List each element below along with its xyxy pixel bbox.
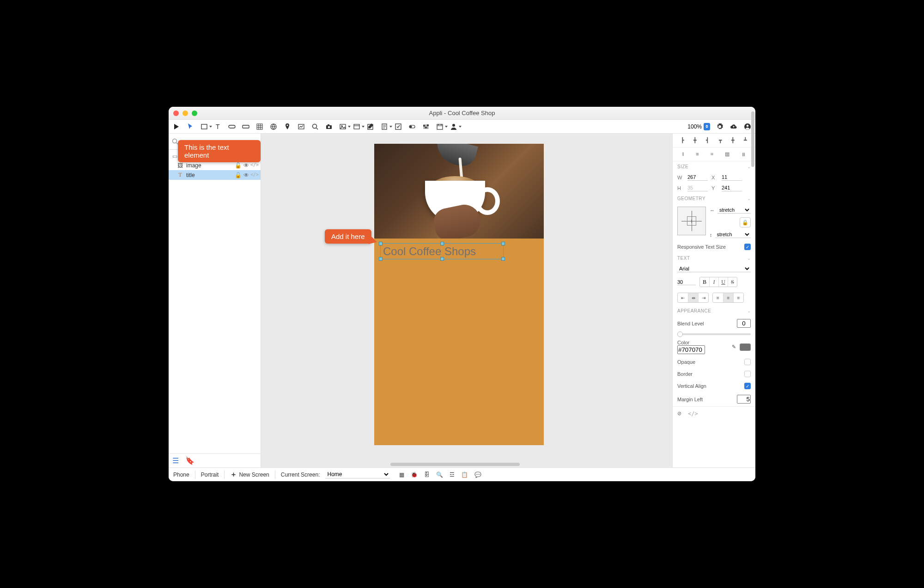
section-text[interactable]: TEXT⌄ (673, 253, 755, 263)
blend-slider[interactable] (677, 333, 751, 335)
text-align-right-button[interactable]: ≡ (733, 293, 743, 302)
width-input[interactable] (687, 174, 708, 181)
border-checkbox[interactable] (744, 371, 751, 377)
eyedropper-icon[interactable]: ✎ (732, 344, 736, 350)
gear-icon[interactable] (716, 122, 724, 131)
anchor-selector[interactable]: + (677, 207, 706, 235)
rect-tool-icon[interactable] (200, 122, 208, 131)
valign-checkbox[interactable]: ✓ (744, 383, 751, 389)
minimize-window-button[interactable] (182, 110, 188, 116)
eye-icon[interactable]: 👁 (243, 162, 249, 169)
phone-canvas[interactable]: Cool Coffee Shops (374, 144, 544, 445)
button-tool-icon[interactable] (228, 122, 236, 131)
stretch-v-select[interactable]: stretch (715, 231, 751, 238)
resize-handle-nw[interactable] (379, 242, 383, 245)
text-align-center-button[interactable]: ≡ (723, 293, 733, 302)
section-geometry[interactable]: GEOMETRY⌄ (673, 193, 755, 204)
toggle-icon[interactable] (408, 122, 416, 131)
section-size[interactable]: SIZE⌄ (673, 161, 755, 172)
unlock-icon[interactable]: 🔓 (235, 172, 241, 178)
globe-icon[interactable] (269, 122, 278, 131)
align-center-h-icon[interactable]: ╋ (693, 137, 697, 143)
calendar-icon[interactable] (436, 122, 444, 131)
code-icon[interactable]: </> (688, 410, 698, 417)
color-swatch[interactable] (740, 343, 751, 351)
list-view-icon[interactable]: ☰ (172, 456, 179, 465)
align-bottom-icon[interactable]: ┻ (744, 137, 747, 143)
input-tool-icon[interactable] (242, 122, 250, 131)
zoom-control[interactable]: 100% (687, 123, 710, 130)
edit-icon[interactable] (366, 122, 375, 131)
text-tool-icon[interactable]: T (214, 122, 222, 131)
y-input[interactable] (722, 184, 742, 191)
underline-button[interactable]: U (718, 277, 728, 287)
unlock-icon[interactable]: 🔓 (235, 162, 241, 169)
image-tool-icon[interactable] (339, 122, 347, 131)
title-text-element[interactable]: Cool Coffee Shops (380, 243, 504, 259)
resize-handle-se[interactable] (501, 257, 505, 261)
distribute-gap-icon[interactable]: ⫼ (741, 151, 746, 157)
search-icon[interactable] (311, 122, 319, 131)
responsive-text-checkbox[interactable]: ✓ (744, 244, 751, 250)
bold-button[interactable]: B (700, 277, 709, 287)
align-right-icon[interactable]: ┫ (706, 137, 709, 143)
blend-value-input[interactable] (737, 319, 751, 328)
sliders-icon[interactable] (422, 122, 430, 131)
eye-icon[interactable]: 👁 (243, 172, 249, 178)
distribute-space-icon[interactable]: ▥ (725, 151, 729, 157)
pointer-icon[interactable] (186, 122, 195, 131)
play-icon[interactable] (172, 122, 181, 131)
text-align-left-button[interactable]: ≡ (713, 293, 723, 302)
x-input[interactable] (722, 174, 742, 181)
resize-handle-sw[interactable] (379, 257, 383, 261)
slider-thumb[interactable] (677, 331, 683, 337)
wrap-word-button[interactable]: ⇹ (688, 293, 698, 302)
cloud-upload-icon[interactable] (729, 122, 738, 131)
distribute-v-icon[interactable]: ≡ (696, 151, 699, 157)
form-tool-icon[interactable] (380, 122, 389, 131)
bookmark-icon[interactable]: 🔖 (185, 456, 195, 465)
horizontal-scrollbar[interactable] (390, 463, 520, 466)
list-icon[interactable]: ☲ (450, 472, 455, 478)
grid-tool-icon[interactable] (255, 122, 264, 131)
clipboard-icon[interactable]: 📋 (461, 472, 468, 478)
wrap-char-button[interactable]: ⇥ (698, 293, 708, 302)
color-hex-input[interactable] (677, 345, 705, 354)
align-top-icon[interactable]: ┳ (719, 137, 722, 143)
font-size-input[interactable] (677, 279, 696, 285)
align-left-icon[interactable]: ┣ (681, 137, 684, 143)
chart-icon[interactable] (297, 122, 305, 131)
user-icon[interactable] (450, 122, 458, 131)
font-select[interactable]: Arial (677, 265, 751, 272)
layer-image[interactable]: 🖼 image 🔓 👁 </> (169, 161, 261, 170)
opaque-checkbox[interactable] (744, 359, 751, 365)
italic-button[interactable]: I (709, 277, 718, 287)
resize-handle-ne[interactable] (501, 242, 505, 245)
account-icon[interactable] (743, 122, 752, 131)
maximize-window-button[interactable] (192, 110, 197, 116)
chat-icon[interactable]: 💬 (474, 472, 481, 478)
orientation-label[interactable]: Portrait (201, 472, 219, 478)
camera-icon[interactable] (325, 122, 333, 131)
database-icon[interactable]: 🗄 (424, 472, 430, 478)
prohibit-icon[interactable]: ⊘ (677, 410, 681, 417)
close-window-button[interactable] (173, 110, 179, 116)
strike-button[interactable]: S (728, 277, 737, 287)
image-element[interactable] (374, 144, 544, 239)
pin-icon[interactable] (283, 122, 292, 131)
resize-handle-s[interactable] (440, 257, 444, 261)
resize-handle-n[interactable] (440, 242, 444, 245)
wrap-none-button[interactable]: ⇤ (678, 293, 688, 302)
apps-icon[interactable]: ▦ (399, 472, 404, 478)
anchor-center[interactable]: + (687, 216, 696, 226)
distribute-center-icon[interactable]: ⌗ (711, 151, 713, 157)
canvas[interactable]: Cool Coffee Shops Add it here (261, 134, 672, 467)
stretch-h-select[interactable]: stretch (717, 207, 751, 214)
align-middle-icon[interactable]: ╋ (731, 137, 735, 143)
current-screen-select[interactable]: Home (325, 471, 390, 478)
margin-left-input[interactable] (737, 395, 751, 404)
card-tool-icon[interactable] (353, 122, 361, 131)
db-search-icon[interactable]: 🔍 (436, 472, 443, 478)
device-label[interactable]: Phone (173, 472, 189, 478)
code-icon[interactable]: </> (251, 162, 258, 169)
